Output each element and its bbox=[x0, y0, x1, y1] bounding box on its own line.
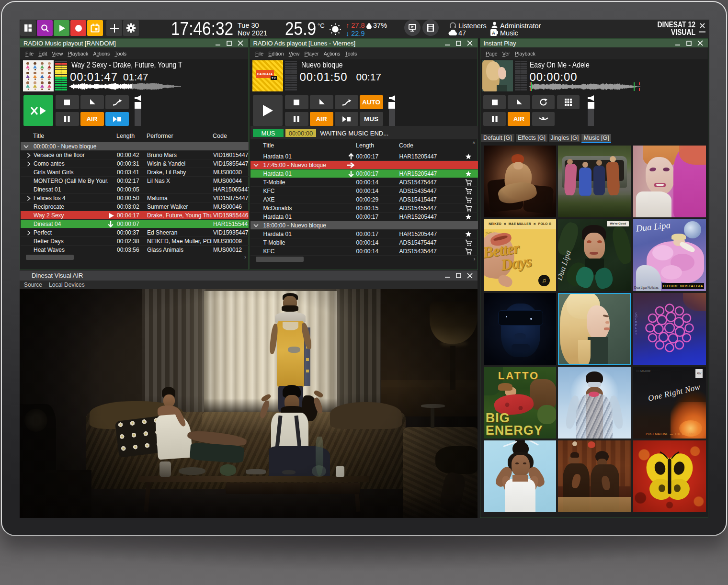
svg-text:A: A bbox=[492, 31, 495, 35]
